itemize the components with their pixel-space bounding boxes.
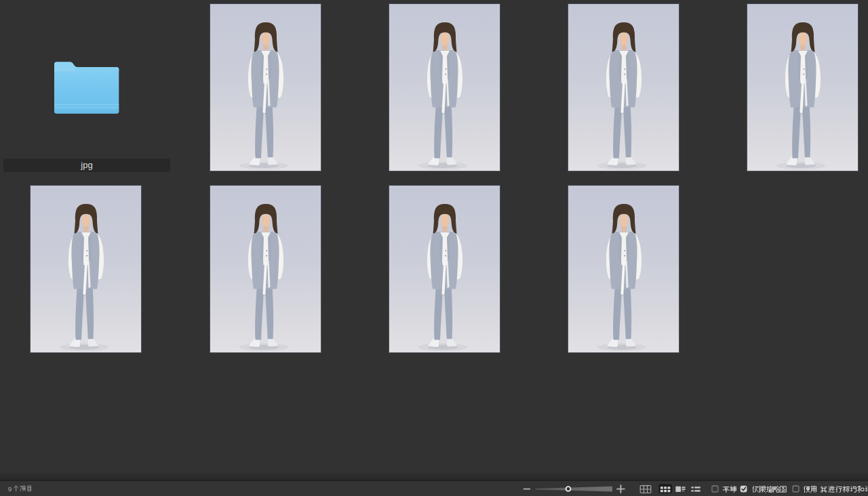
svg-text:9: 9 [8,485,12,493]
